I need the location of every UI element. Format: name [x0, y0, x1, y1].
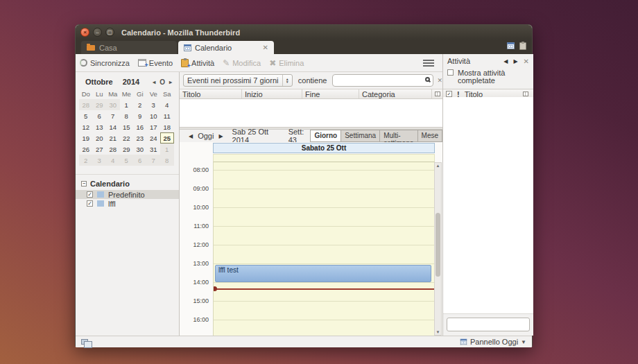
- mini-calendar-today-icon[interactable]: O: [160, 78, 165, 86]
- task-pane-close-icon[interactable]: ✕: [524, 58, 529, 65]
- mini-calendar-day[interactable]: 29: [93, 99, 107, 110]
- window-minimize-button[interactable]: –: [93, 28, 102, 37]
- edit-button[interactable]: ✎ Modifica: [223, 59, 261, 67]
- task-pane-next-icon[interactable]: ▶: [513, 58, 517, 64]
- mini-calendar-day[interactable]: 3: [93, 155, 107, 166]
- view-tab-giorno[interactable]: Giorno: [310, 130, 340, 142]
- clear-search-icon[interactable]: ✕: [437, 77, 442, 84]
- event-list-column-titolo[interactable]: Titolo: [180, 89, 242, 98]
- calendar-list-item[interactable]: ✓Predefinito: [76, 190, 179, 199]
- mini-calendar-day[interactable]: 31: [147, 144, 161, 155]
- event-search-input[interactable]: [332, 74, 433, 87]
- day-view-scrollbar[interactable]: ▲ ▼: [434, 162, 442, 336]
- mini-calendar-day[interactable]: 28: [79, 99, 93, 110]
- window-close-button[interactable]: ×: [80, 28, 89, 37]
- mini-calendar-day[interactable]: 7: [106, 110, 120, 121]
- open-tasks-icon[interactable]: [519, 42, 526, 50]
- mini-calendar-day[interactable]: 1: [120, 99, 134, 110]
- mini-calendar-day[interactable]: 30: [106, 99, 120, 110]
- mini-calendar-day[interactable]: 29: [120, 144, 134, 155]
- calendar-event[interactable]: lffl test: [215, 265, 431, 282]
- task-pane-prev-icon[interactable]: ◀: [503, 58, 508, 64]
- mini-calendar-day[interactable]: 26: [79, 144, 93, 155]
- mini-calendar-day[interactable]: 5: [120, 155, 134, 166]
- new-event-button[interactable]: + Evento: [138, 59, 173, 67]
- tab-close-icon[interactable]: ✕: [263, 44, 268, 51]
- mini-calendar-selected-day[interactable]: 25: [160, 132, 174, 144]
- day-grid[interactable]: lffl test: [213, 162, 435, 336]
- mini-calendar-day[interactable]: 22: [120, 132, 134, 144]
- mini-calendar-day[interactable]: 28: [106, 144, 120, 155]
- view-tab-mese[interactable]: Mese: [417, 130, 442, 142]
- next-day-icon[interactable]: ▶: [218, 133, 223, 139]
- mini-calendar-day[interactable]: 2: [133, 99, 147, 110]
- mini-calendar-day[interactable]: 27: [93, 144, 107, 155]
- completed-column-icon[interactable]: ✓: [446, 91, 452, 97]
- calendar-enabled-checkbox[interactable]: ✓: [87, 191, 93, 198]
- mini-calendar-day[interactable]: 6: [93, 110, 107, 121]
- mini-calendar-day[interactable]: 18: [160, 121, 174, 132]
- tab-home[interactable]: Casa: [81, 41, 177, 54]
- mini-calendar-day[interactable]: 8: [120, 110, 134, 121]
- calendar-list-header[interactable]: − Calendario: [76, 177, 179, 190]
- mini-calendar-day[interactable]: 1: [160, 144, 174, 155]
- mini-calendar-day[interactable]: 23: [133, 132, 147, 144]
- view-tab-multi-settimana[interactable]: Multi-settimana: [379, 130, 417, 142]
- mini-calendar-day[interactable]: 21: [106, 132, 120, 144]
- mini-calendar-day[interactable]: 24: [147, 132, 161, 144]
- tab-calendar[interactable]: Calendario ✕: [178, 41, 274, 54]
- task-column-picker-icon[interactable]: [523, 92, 528, 96]
- mini-calendar-day[interactable]: 4: [106, 155, 120, 166]
- offline-status-icon[interactable]: [81, 339, 88, 345]
- mini-calendar-day[interactable]: 8: [160, 155, 174, 166]
- mini-calendar-day[interactable]: 2: [79, 155, 93, 166]
- mini-calendar-day[interactable]: 11: [160, 110, 174, 121]
- window-maximize-button[interactable]: ▢: [105, 28, 114, 37]
- show-completed-row[interactable]: Mostra attività completate: [443, 67, 533, 86]
- mini-calendar-day[interactable]: 5: [79, 110, 93, 121]
- event-list-column-categoria[interactable]: Categoria: [359, 89, 432, 98]
- event-list-body[interactable]: [180, 99, 442, 127]
- event-list-column-inizio[interactable]: Inizio: [242, 89, 302, 98]
- task-list-body[interactable]: [443, 97, 533, 314]
- today-pane-button[interactable]: Pannello Oggi ▼: [460, 338, 526, 346]
- day-column-header[interactable]: Sabato 25 Ott: [213, 143, 435, 153]
- mini-calendar-day[interactable]: 14: [106, 121, 120, 132]
- today-button[interactable]: Oggi: [198, 132, 214, 140]
- mini-calendar-day[interactable]: 19: [79, 132, 93, 144]
- window-titlebar[interactable]: × – ▢ Calendario - Mozilla Thunderbird: [76, 25, 532, 40]
- calendar-enabled-checkbox[interactable]: ✓: [87, 200, 93, 207]
- calendar-list-item[interactable]: ✓lffl: [76, 199, 179, 208]
- event-list-column-fine[interactable]: Fine: [302, 89, 359, 98]
- mini-calendar-day[interactable]: 12: [79, 121, 93, 132]
- mini-calendar-day[interactable]: 4: [160, 99, 174, 110]
- mini-calendar-day[interactable]: 30: [133, 144, 147, 155]
- open-calendar-icon[interactable]: [507, 42, 515, 49]
- all-day-row[interactable]: [213, 154, 435, 162]
- collapse-icon[interactable]: −: [81, 181, 87, 187]
- mini-calendar-day[interactable]: 7: [147, 155, 161, 166]
- mini-calendar-prev-icon[interactable]: ◂: [153, 79, 155, 85]
- event-range-select[interactable]: Eventi nei prossimi 7 giorni ▲▼: [183, 74, 293, 87]
- mini-calendar-day[interactable]: 20: [93, 132, 107, 144]
- mini-calendar-day[interactable]: 9: [133, 110, 147, 121]
- previous-day-icon[interactable]: ◀: [189, 133, 193, 139]
- mini-calendar-day[interactable]: 3: [147, 99, 161, 110]
- new-task-input[interactable]: [447, 318, 530, 331]
- column-picker-icon[interactable]: [435, 92, 440, 96]
- mini-calendar-day[interactable]: 13: [93, 121, 107, 132]
- synchronize-button[interactable]: Sincronizza: [80, 59, 130, 67]
- scroll-up-icon[interactable]: ▲: [435, 164, 441, 168]
- mini-calendar-day[interactable]: 10: [147, 110, 161, 121]
- delete-button[interactable]: ✖ Elimina: [269, 59, 304, 67]
- show-completed-checkbox[interactable]: [447, 69, 454, 76]
- mini-calendar-day[interactable]: 16: [133, 121, 147, 132]
- mini-calendar-day[interactable]: 17: [147, 121, 161, 132]
- mini-calendar-next-icon[interactable]: ▸: [169, 79, 172, 85]
- scroll-down-icon[interactable]: ▼: [435, 330, 441, 334]
- app-menu-icon[interactable]: [423, 60, 434, 67]
- new-task-button[interactable]: + Attività: [181, 59, 214, 67]
- mini-calendar-day[interactable]: 6: [133, 155, 147, 166]
- view-tab-settimana[interactable]: Settimana: [340, 130, 379, 142]
- scrollbar-thumb[interactable]: [436, 213, 440, 277]
